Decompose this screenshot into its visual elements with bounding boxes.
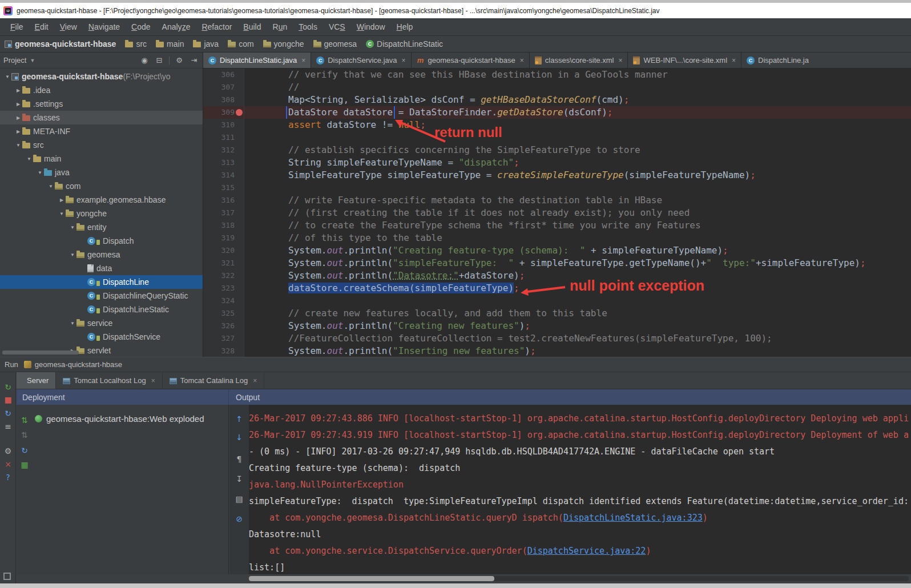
tree-item-entity[interactable]: ▼entity: [0, 220, 203, 234]
code-line-text[interactable]: dataStore.createSchema(simpleFeatureType…: [244, 282, 911, 295]
deployment-item[interactable]: geomesa-quickstart-hbase:Web exploded: [35, 414, 204, 424]
menu-item-file[interactable]: File: [5, 21, 29, 33]
clear-console-icon[interactable]: ⊘: [234, 514, 244, 524]
code-line-text[interactable]: // establish specifics concerning the Si…: [244, 144, 911, 156]
expand-arrow-icon[interactable]: ▼: [68, 252, 76, 257]
tree-item-dispatchservice[interactable]: DispatchService: [0, 330, 203, 344]
print-icon[interactable]: ▤: [234, 494, 244, 504]
stacktrace-link[interactable]: DispatchService.java:22: [527, 546, 646, 556]
code-line-text[interactable]: DataStore dataStore = DataStoreFinder.ge…: [244, 106, 911, 119]
breadcrumb-item-src[interactable]: src: [125, 39, 147, 49]
soft-wrap-icon[interactable]: ¶: [234, 454, 244, 464]
breadcrumb-item-geomesa[interactable]: geomesa: [313, 39, 357, 49]
tree-item-data[interactable]: data: [0, 261, 203, 275]
expand-arrow-icon[interactable]: ▼: [68, 321, 76, 326]
refresh-deployment-icon[interactable]: ↻: [19, 445, 30, 456]
tree-item-dispatchlinequerystatic[interactable]: DispatchlineQueryStatic: [0, 289, 203, 303]
editor-tab-classes-core-site-xml[interactable]: classes\core-site.xml×: [530, 53, 628, 68]
menu-item-analyze[interactable]: Analyze: [156, 21, 196, 33]
server-tab-tomcat-catalina-log[interactable]: Tomcat Catalina Log×: [163, 372, 265, 389]
server-tab-tomcat-localhost-log[interactable]: Tomcat Localhost Log×: [56, 372, 162, 389]
expand-arrow-icon[interactable]: ▼: [47, 184, 55, 189]
tree-item-dispatch[interactable]: Dispatch: [0, 234, 203, 248]
help-icon[interactable]: ?: [3, 472, 13, 482]
scroll-to-end-icon[interactable]: ↧: [234, 474, 244, 484]
editor-tab-dispatchline-ja[interactable]: DispatchLine.ja: [741, 53, 811, 68]
code-line-text[interactable]: // to create the FeatureType schema the …: [244, 219, 911, 232]
undeploy-icon[interactable]: ⇅: [19, 430, 30, 440]
editor-tab-dispatchlinestatic-java[interactable]: DispatchLineStatic.java×: [203, 53, 311, 68]
console-output[interactable]: 26-Mar-2017 09:27:43.886 INFO [localhost…: [249, 410, 911, 574]
code-line-text[interactable]: // create new features locally, and add …: [244, 307, 911, 320]
menu-item-view[interactable]: View: [54, 21, 83, 33]
code-line-text[interactable]: System.out.println("Creating feature-typ…: [244, 244, 911, 257]
close-icon[interactable]: ×: [732, 57, 736, 65]
chevron-down-icon[interactable]: ▼: [30, 58, 35, 63]
menu-item-help[interactable]: Help: [391, 21, 419, 33]
code-line-text[interactable]: [244, 182, 911, 194]
stop-icon[interactable]: ■: [3, 394, 13, 405]
console-hscrollbar[interactable]: [249, 576, 494, 581]
close-icon[interactable]: ×: [3, 459, 13, 469]
collapse-all-icon[interactable]: ⊟: [154, 55, 164, 66]
code-line-text[interactable]: System.out.println("Inserting new featur…: [244, 345, 911, 357]
code-editor[interactable]: 306 // verify that we can see this HBase…: [203, 69, 911, 357]
menu-item-navigate[interactable]: Navigate: [83, 21, 126, 33]
tree-item-example-geomesa-hbase[interactable]: ▶example.geomesa.hbase: [0, 193, 203, 207]
menu-item-refactor[interactable]: Refactor: [196, 21, 237, 33]
breakpoint-icon[interactable]: [236, 109, 243, 116]
menu-item-code[interactable]: Code: [126, 21, 156, 33]
code-line-text[interactable]: [244, 131, 911, 144]
expand-arrow-icon[interactable]: ▼: [68, 225, 76, 230]
menu-item-edit[interactable]: Edit: [29, 21, 54, 33]
code-line-text[interactable]: //FeatureCollection featureCollection = …: [244, 332, 911, 345]
code-line-text[interactable]: //: [244, 81, 911, 94]
menu-item-vcs[interactable]: VCS: [323, 21, 351, 33]
code-line-text[interactable]: System.out.println("simpleFeatureType: "…: [244, 257, 911, 269]
expand-arrow-icon[interactable]: ▼: [3, 74, 11, 79]
expand-arrow-icon[interactable]: ▼: [25, 156, 33, 162]
tree-item-java[interactable]: ▼java: [0, 166, 203, 179]
tree-item-settings[interactable]: ▶.settings: [0, 97, 203, 111]
collapse-arrow-icon[interactable]: ▶: [14, 102, 22, 107]
code-line-text[interactable]: // verify that we can see this HBase des…: [244, 69, 911, 81]
menu-item-run[interactable]: Run: [267, 21, 293, 33]
tree-item-dispatchline[interactable]: DispatchLine: [0, 275, 203, 289]
locate-icon[interactable]: ◉: [139, 55, 150, 66]
editor-tab-web-inf-core-site-xml[interactable]: WEB-INF\...\core-site.xml×: [628, 53, 741, 68]
rerun-server-icon[interactable]: ↻: [3, 382, 13, 392]
tree-item-com[interactable]: ▼com: [0, 179, 203, 193]
tree-item-service[interactable]: ▼service: [0, 316, 203, 330]
editor-tab-geomesa-quickstart-hbase[interactable]: geomesa-quickstart-hbase×: [412, 53, 530, 68]
expand-arrow-icon[interactable]: ▼: [36, 170, 44, 175]
dump-threads-icon[interactable]: ≡: [3, 421, 13, 432]
tree-item-geomesa[interactable]: ▼geomesa: [0, 248, 203, 261]
code-line-text[interactable]: SimpleFeatureType simpleFeatureType = cr…: [244, 169, 911, 182]
collapse-arrow-icon[interactable]: ▶: [14, 88, 22, 93]
close-icon[interactable]: ×: [402, 57, 406, 65]
editor-tab-dispatchservice-java[interactable]: DispatchService.java×: [311, 53, 411, 68]
code-line-text[interactable]: Map<String, Serializable> dsConf = getHB…: [244, 94, 911, 106]
hide-panel-icon[interactable]: ⇥: [189, 55, 199, 66]
menu-item-build[interactable]: Build: [237, 21, 267, 33]
tree-item-geomesa-quickstart-hbase[interactable]: ▼geomesa-quickstart-hbase (F:\Project\yo: [0, 70, 203, 83]
tree-item-idea[interactable]: ▶.idea: [0, 83, 203, 97]
redeploy-icon[interactable]: ↻: [3, 408, 13, 418]
expand-arrow-icon[interactable]: ▼: [14, 143, 22, 148]
close-icon[interactable]: ×: [618, 57, 622, 65]
tree-item-yongche[interactable]: ▼yongche: [0, 207, 203, 220]
stacktrace-link[interactable]: DispatchLineStatic.java:323: [563, 513, 703, 523]
down-stack-trace-icon[interactable]: ↓: [234, 432, 244, 442]
expand-arrow-icon[interactable]: ▼: [58, 211, 66, 216]
breadcrumb-item-geomesa-quickstart-hbase[interactable]: geomesa-quickstart-hbase: [5, 39, 116, 49]
collapse-arrow-icon[interactable]: ▶: [58, 198, 66, 203]
up-stack-trace-icon[interactable]: ↑: [234, 414, 244, 424]
tree-item-src[interactable]: ▼src: [0, 138, 203, 152]
close-icon[interactable]: ×: [301, 57, 305, 65]
app-server-icon[interactable]: ▦: [19, 460, 30, 470]
code-line-text[interactable]: // write Feature-specific metadata to th…: [244, 194, 911, 207]
breadcrumb-item-java[interactable]: java: [193, 39, 219, 49]
close-icon[interactable]: ×: [520, 57, 524, 65]
gear-icon[interactable]: ⚙: [174, 55, 184, 66]
code-line-text[interactable]: System.out.println("Creating new feature…: [244, 320, 911, 332]
